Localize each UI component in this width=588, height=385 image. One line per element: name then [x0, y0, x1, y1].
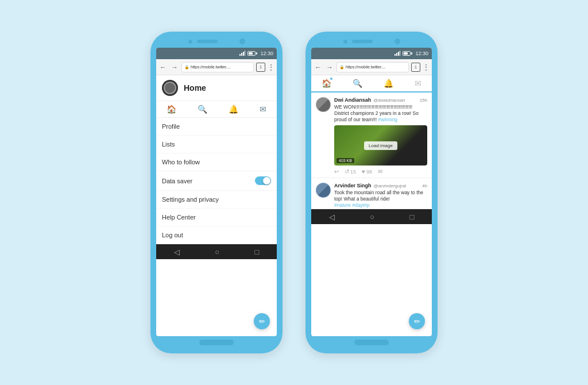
back-button-2[interactable]: ←: [314, 62, 323, 72]
menu-item-log-out[interactable]: Log out: [156, 226, 277, 244]
compose-icon-2: ✏: [414, 317, 420, 326]
notifications-tab-icon[interactable]: 🔔: [384, 79, 393, 88]
like-icon: ♥: [362, 168, 365, 175]
phone-2-dot-right: [394, 38, 400, 44]
browser-menu-button[interactable]: ⋮: [268, 63, 274, 71]
battery-icon-2: [403, 51, 411, 56]
tweet-card-2: Arvinder Singh @arvindergujral 4h Took t…: [311, 178, 432, 209]
phone-1-bottom-nav: ◁ ○ □: [156, 244, 277, 259]
tweet-2-text: Took the mountain road all the way to th…: [334, 190, 427, 209]
recents-nav-button[interactable]: □: [254, 248, 259, 256]
dm-action[interactable]: ✉: [378, 168, 382, 175]
url-bar[interactable]: 🔒 https://mobile.twitter....: [181, 62, 254, 72]
image-size-label: 403 KB: [336, 158, 354, 163]
phone-2-speaker: [352, 40, 373, 43]
tweet-1-body: Dwi Andiansah @dwiadriansah 15h WE WON!!…: [334, 97, 427, 178]
retweet-icon: ↺: [345, 168, 349, 175]
menu-item-help-center[interactable]: Help Center: [156, 209, 277, 226]
tweet-2-handle: @arvindergujral: [374, 183, 407, 188]
phone-1-speaker: [197, 40, 218, 43]
back-button[interactable]: ←: [158, 62, 168, 72]
url-text: https://mobile.twitter....: [191, 65, 231, 69]
phone-1-screen: 12:30 ← → 🔒 https://mobile.twitter.... 1…: [156, 48, 277, 336]
tweet-1-time: 15h: [420, 98, 427, 103]
tweet-1-name: Dwi Andiansah: [334, 97, 371, 103]
tweet-1-avatar: [316, 97, 331, 112]
forward-button-2[interactable]: →: [325, 62, 334, 72]
url-text-2: https://mobile.twitter....: [346, 65, 386, 69]
notifications-nav-icon[interactable]: 🔔: [229, 105, 238, 114]
lock-icon-2: 🔒: [339, 65, 345, 70]
toggle-knob: [263, 177, 270, 184]
status-time: 12:30: [260, 51, 273, 56]
signal-icon: [239, 51, 245, 56]
back-nav-button[interactable]: ◁: [174, 248, 180, 256]
phone-1-home-button[interactable]: [199, 340, 234, 345]
home-nav-icon[interactable]: 🏠: [167, 105, 176, 114]
tweet-1-image: Load image 403 KB: [334, 125, 427, 165]
compose-fab[interactable]: ✏: [254, 313, 270, 329]
phone-2-browser-bar: ← → 🔒 https://mobile.twitter.... 1 ⋮: [311, 59, 432, 75]
retweet-action[interactable]: ↺ 15: [345, 168, 356, 175]
tweet-1-header: Dwi Andiansah @dwiadriansah 15h: [334, 97, 427, 103]
load-image-button[interactable]: Load image: [364, 141, 397, 150]
tweet-2-body: Arvinder Singh @arvindergujral 4h Took t…: [334, 183, 427, 209]
nav-icons-row: 🏠 🔍 🔔 ✉: [156, 101, 277, 118]
tweet-2-time: 4h: [422, 183, 427, 188]
data-saver-toggle[interactable]: [255, 176, 271, 185]
phone-1-dot-right: [239, 38, 245, 44]
menu-item-settings-and-privacy[interactable]: Settings and privacy: [156, 191, 277, 209]
tweet-1-handle: @dwiadriansah: [373, 98, 405, 103]
twitter-nav-blue: 🏠 🔍 🔔 ✉: [311, 75, 432, 93]
reply-icon: ↩: [334, 168, 339, 175]
home-title: Home: [184, 83, 206, 93]
phone-1-status-bar: 12:30: [156, 48, 277, 59]
status-time-2: 12:30: [415, 51, 428, 56]
tweet-2-name: Arvinder Singh: [334, 183, 372, 188]
avatar: [162, 80, 178, 96]
phone-2-bottom-nav: ◁ ○ □: [311, 209, 432, 224]
phone-1-top-bar: [154, 38, 279, 44]
menu-item-data-saver[interactable]: Data saver: [156, 171, 277, 191]
tab-button[interactable]: 1: [256, 63, 265, 72]
menu-item-profile[interactable]: Profile: [156, 118, 277, 136]
home-tab-icon[interactable]: 🏠: [322, 79, 331, 88]
tweet-2-avatar: [316, 183, 331, 198]
active-indicator: [330, 78, 332, 80]
compose-fab-2[interactable]: ✏: [409, 313, 425, 329]
search-nav-icon[interactable]: 🔍: [198, 105, 207, 114]
url-bar-2[interactable]: 🔒 https://mobile.twitter....: [336, 62, 409, 72]
reply-action[interactable]: ↩: [334, 168, 339, 175]
messages-nav-icon[interactable]: ✉: [260, 105, 266, 114]
home-nav-button-2[interactable]: ○: [370, 213, 374, 221]
menu-item-lists[interactable]: Lists: [156, 136, 277, 153]
phone-1-browser-bar: ← → 🔒 https://mobile.twitter.... 1 ⋮: [156, 59, 277, 75]
tweet-card-1: Dwi Andiansah @dwiadriansah 15h WE WON!!…: [311, 93, 432, 178]
home-nav-button[interactable]: ○: [215, 248, 219, 256]
browser-menu-button-2[interactable]: ⋮: [423, 63, 430, 71]
phone-2-screen: 12:30 ← → 🔒 https://mobile.twitter.... 1…: [311, 48, 432, 336]
compose-icon: ✏: [259, 317, 265, 326]
menu-item-who-to-follow[interactable]: Who to follow: [156, 153, 277, 171]
phone-2-status-bar: 12:30: [311, 48, 432, 59]
twitter-header: Home: [156, 75, 277, 101]
forward-button[interactable]: →: [170, 62, 179, 72]
search-tab-icon[interactable]: 🔍: [353, 79, 362, 88]
tweet-2-header: Arvinder Singh @arvindergujral 4h: [334, 183, 427, 188]
tweet-1-hashtag: #winning: [378, 117, 398, 122]
phone-2: 12:30 ← → 🔒 https://mobile.twitter.... 1…: [305, 32, 438, 353]
phone-2-dot-left: [343, 40, 347, 44]
phone-2-top-bar: [309, 38, 434, 44]
phone-1-dot-left: [188, 40, 192, 44]
battery-icon: [247, 51, 256, 56]
dm-icon: ✉: [378, 168, 382, 175]
phone-2-home-button[interactable]: [354, 340, 389, 345]
signal-icon-2: [394, 51, 400, 56]
recents-nav-button-2[interactable]: □: [409, 213, 414, 221]
tweet-2-hashtag: #nature #daytrip: [334, 202, 369, 208]
messages-tab-icon[interactable]: ✉: [415, 79, 421, 88]
back-nav-button-2[interactable]: ◁: [329, 213, 335, 221]
like-action[interactable]: ♥ 98: [362, 168, 372, 175]
tab-button-2[interactable]: 1: [411, 63, 420, 72]
phone-1: 12:30 ← → 🔒 https://mobile.twitter.... 1…: [150, 32, 283, 353]
